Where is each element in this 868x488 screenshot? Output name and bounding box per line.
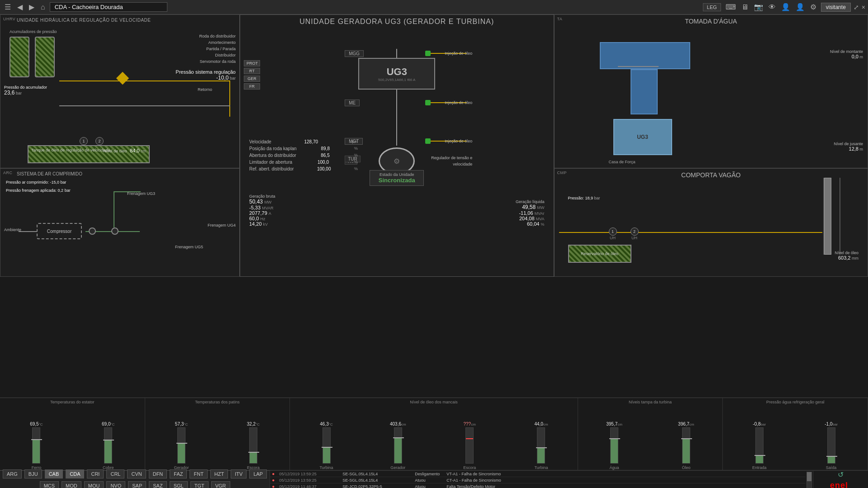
pressao-acumulador-unit: bar (16, 91, 22, 95)
menu-icon[interactable]: ☰ (3, 2, 13, 12)
valve-circle-1 (89, 227, 96, 235)
nav-nvo[interactable]: NVO (106, 481, 125, 488)
user2-icon[interactable]: 👤 (794, 2, 806, 12)
user-icon[interactable]: 👤 (779, 2, 792, 12)
mancais-title: Nível de óleo dos mancais (291, 400, 576, 404)
event-row-2[interactable]: ● 05/12/2019 13:59:25 SE-SGL.05L4.15L4 A… (270, 477, 806, 483)
back-icon[interactable]: ◀ (15, 2, 24, 12)
entrada-indicator (754, 455, 765, 456)
nav-bju[interactable]: BJU (24, 469, 42, 479)
topbar: ☰ ◀ ▶ ⌂ CDA - Cachoeira Dourada LEG ⌨ 🖥 … (0, 0, 868, 14)
ref-abert-row: Ref. abert. distribuidor 100,00 % (249, 166, 358, 172)
nav-itv[interactable]: ITV (231, 469, 247, 479)
nav-mod[interactable]: MOD (62, 481, 81, 488)
escora-track (249, 427, 257, 464)
src-1: SE-SGL.05L4.15L4 (341, 472, 413, 476)
distrib-ann-2: Amortecimento (199, 39, 236, 46)
turbina2-nivel-val: 44,0cm (534, 422, 548, 426)
cylinder-1 (9, 37, 29, 77)
enel-logo-group: enel Green Power (830, 481, 851, 488)
pressao-ar-row: Pressão ar comprimido: -15,0 bar (6, 180, 236, 185)
turbina-nivel-indicator (322, 447, 332, 448)
nav-faz[interactable]: FAZ (170, 469, 187, 479)
nav-cab[interactable]: CAB (45, 469, 63, 479)
fren-ug5: Frenagem UG5 (175, 245, 203, 249)
uh-label-2: UH (631, 236, 637, 240)
nav-hzt[interactable]: HZT (210, 469, 228, 479)
panel-arc: ARC SISTEMA DE AR COMPRIMIDO Pressão ar … (0, 168, 240, 277)
bottom-section: ARG BJU CAB CDA CRI CRL CVN DFN FAZ FNT … (0, 470, 868, 488)
event-scrollbar[interactable] (806, 472, 812, 488)
desc-2: CT-A1 - Falha de Sincronismo (445, 478, 806, 483)
nav-tgt[interactable]: TGT (190, 481, 209, 488)
nav-row-2: MCS MOD MOU NVO SAP SAZ SGL TGT VGR (39, 480, 231, 488)
accumulator-1 (9, 37, 29, 77)
ug3-box-ta: UG3 (613, 119, 672, 155)
nav-cri[interactable]: CRI (87, 469, 104, 479)
shaft-mgt (396, 137, 397, 146)
gear-icon[interactable]: ⚙ (808, 2, 818, 12)
refresh-icon[interactable]: ↺ (838, 470, 844, 479)
nav-fnt[interactable]: FNT (190, 469, 207, 479)
nav-cvn[interactable]: CVN (127, 469, 146, 479)
saida-track (827, 427, 835, 464)
estator-title: Temperaturas do estator (1, 400, 144, 404)
event-row-1[interactable]: ● 05/12/2019 13:59:25 SE-SGL.05L4.15L4 D… (270, 471, 806, 477)
nav-saz[interactable]: SAZ (149, 481, 166, 488)
nav-mou[interactable]: MOU (84, 481, 104, 488)
nav-dfn[interactable]: DFN (149, 469, 167, 479)
leg-button[interactable]: LEG (703, 3, 721, 11)
nav-crl[interactable]: CRL (106, 469, 124, 479)
arc-content: SISTEMA DE AR COMPRIMIDO Pressão ar comp… (0, 169, 239, 276)
pressao-sistema: Pressão sistema regulação -10,0 bar (175, 69, 236, 81)
reservatorio-label: Reservatório de óleo (581, 251, 618, 256)
home-icon[interactable]: ⌂ (39, 2, 47, 12)
topbar-icons-right: ⌨ 🖥 📷 👁 👤 👤 ⚙ (724, 2, 818, 12)
action-2: Atuou (413, 478, 445, 483)
escora-nivel-track (465, 427, 474, 464)
event-row-3[interactable]: ● 05/12/2019 11:46:37 SE-JCD.02P5.32P5-5… (270, 483, 806, 488)
panel-uhrv: UHRV UNIDADE HIDRÁULICA DE REGULAÇÃO DE … (0, 14, 240, 168)
tampa-bars: 395,7cm Água 396,7cm Óleo (579, 405, 722, 470)
nav-cda[interactable]: CDA (66, 469, 84, 479)
gerador-nivel-fill (394, 438, 402, 463)
close-icon[interactable]: × (862, 4, 865, 11)
patins-bars: 57,3°C Gerador 32,2°C Escora (146, 405, 289, 470)
nivel-jusante: Nível de jusante 12,8 m (834, 142, 863, 152)
pressao-agua-title: Pressão água refrigeração geral (724, 400, 867, 404)
geracao-bruta: Geração bruta 50,43 MW -5,33 MVAR 2077,7… (249, 194, 275, 227)
entrada-fill (756, 456, 763, 463)
nav-vgr[interactable]: VGR (211, 481, 230, 488)
play-icon[interactable]: ▶ (27, 2, 36, 12)
pos-roda-val: 89,8 (321, 145, 330, 152)
fren-ug3: Frenagem UG3 (127, 191, 155, 196)
camera-icon[interactable]: 📷 (752, 2, 765, 12)
nav-sap[interactable]: SAP (128, 481, 146, 488)
monitor-icon[interactable]: 🖥 (740, 2, 750, 12)
turbina2-nivel-fill (537, 448, 545, 463)
num-circle-1: 1 (80, 137, 88, 145)
nav-lap[interactable]: LAP (249, 469, 267, 479)
mgg-row: MGG Injeção de óleo (318, 49, 476, 58)
nav-mcs[interactable]: MCS (40, 481, 59, 488)
pressao-fren-unit: bar (65, 188, 71, 193)
resize-icon[interactable]: ⤢ (854, 4, 859, 11)
badge-ger: GER (244, 76, 260, 82)
pressao-fren-val: 0,2 (58, 188, 64, 193)
cobre-val: 69,0°C (102, 422, 114, 426)
keyboard-icon[interactable]: ⌨ (724, 2, 738, 12)
dot-mgt (425, 138, 431, 144)
bar-group-pressao-agua: Pressão água refrigeração geral -0,8bar … (723, 398, 868, 470)
cobre-indicator (103, 440, 114, 441)
limitador-label: Limitador de abertura (249, 159, 292, 166)
eye-icon[interactable]: 👁 (767, 2, 778, 12)
nivel-oleo-cmp: Nível de óleo 603,2 mm (835, 251, 859, 261)
nivel-jusante-unit: m (860, 147, 863, 152)
bar-oleo-tampa: 396,7cm Óleo (652, 422, 721, 470)
pressao-cmp-label: Pressão: (568, 196, 584, 200)
nivel-oleo-label: Nível de óleo (103, 149, 127, 153)
nav-sgl[interactable]: SGL (170, 481, 188, 488)
nav-arg[interactable]: ARG (3, 469, 22, 479)
uhrv-title: UNIDADE HIDRÁULICA DE REGULAÇÃO DE VELOC… (17, 18, 236, 23)
geracao-bruta-label: Geração bruta (249, 194, 275, 199)
